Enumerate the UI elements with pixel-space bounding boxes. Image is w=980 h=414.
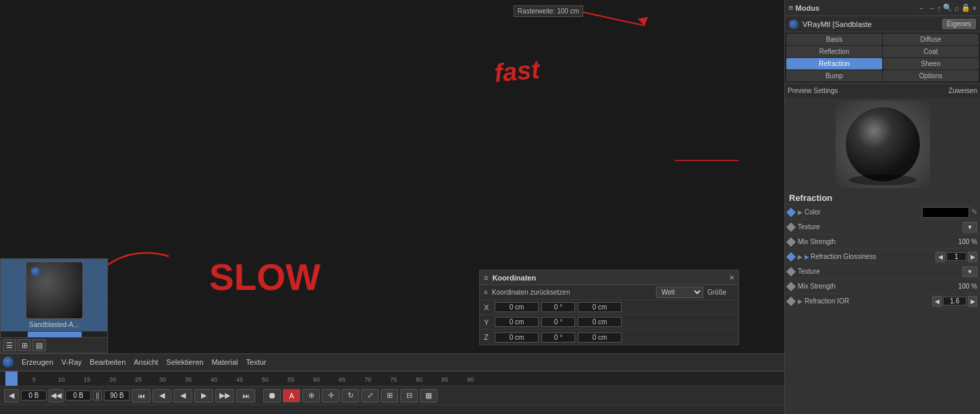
tab-bump[interactable]: Bump [786, 70, 882, 82]
panel-fwd-btn[interactable]: → [927, 4, 935, 12]
scale-btn[interactable]: ⤢ [361, 389, 379, 403]
play-btn[interactable]: ▶ [194, 389, 213, 403]
panel-close-btn[interactable]: × [973, 4, 977, 12]
play-rev-btn[interactable]: ◀◀ [49, 389, 63, 403]
texture-dropdown-2[interactable]: ▼ [962, 266, 977, 277]
play-fwd-btn[interactable]: ▶▶ [215, 389, 234, 403]
x-pos-field[interactable] [495, 302, 539, 312]
mat-list-toolbar: ☰ ⊞ ▤ [1, 337, 107, 353]
eigenes-btn[interactable]: Eigenes [942, 19, 976, 29]
preview-settings-btn[interactable]: Preview Settings [788, 87, 948, 94]
menu-material[interactable]: Material [207, 357, 242, 367]
tab-reflection[interactable]: Reflection [786, 46, 882, 57]
koordinaten-close-btn[interactable]: × [729, 272, 734, 283]
panel-lock-btn[interactable]: 🔒 [961, 3, 971, 12]
tab-options[interactable]: Options [883, 70, 979, 82]
snap-btn[interactable]: ⊞ [381, 389, 398, 403]
panel-home-btn[interactable]: ⌂ [954, 4, 959, 12]
tab-diffuse[interactable]: Diffuse [883, 34, 979, 45]
svg-text:15: 15 [84, 376, 90, 383]
frame-start-field[interactable]: 0 B [21, 390, 47, 401]
menu-selektieren[interactable]: Selektieren [162, 357, 207, 367]
rasterweite-label: Rasterweite: 100 cm [514, 5, 583, 17]
svg-text:80: 80 [416, 376, 423, 383]
transport-controls: ◀ 0 B ◀◀ 0 B || 90 B ⏮ ◀ ◀ ▶ ▶▶ ⏭ ⏺ A ⊕ [0, 386, 784, 405]
grosse-label: Größe [707, 289, 734, 296]
panel-back-btn[interactable]: ← [918, 4, 925, 12]
anim-btn[interactable]: ▦ [420, 389, 437, 403]
a-btn[interactable]: A [283, 389, 300, 403]
small-view-btn[interactable]: ▤ [32, 339, 46, 351]
ior-stepper: ◀ 1.6 ▶ [932, 296, 977, 307]
tab-sheen[interactable]: Sheen [883, 58, 979, 69]
ior-dec-btn[interactable]: ◀ [932, 296, 942, 307]
target-btn[interactable]: ⊕ [302, 389, 320, 403]
svg-point-30 [849, 175, 917, 185]
skip-to-start-btn[interactable]: ⏮ [132, 389, 151, 403]
modus-title: Modus [796, 4, 917, 12]
step-back-btn[interactable]: ◀ [153, 389, 171, 403]
grid-view-btn[interactable]: ⊞ [18, 339, 31, 351]
ior-inc-btn[interactable]: ▶ [968, 296, 977, 307]
y-angle-field[interactable] [541, 317, 575, 327]
reset-koordinaten-btn[interactable]: Koordinaten zurücksetzen [492, 289, 652, 296]
panel-up-btn[interactable]: ↑ [937, 4, 941, 12]
svg-text:5: 5 [32, 376, 36, 383]
gloss-dec-btn[interactable]: ◀ [935, 252, 945, 262]
menu-ansicht[interactable]: Ansicht [130, 357, 162, 367]
material-header: VRayMtl [Sandblaste Eigenes [785, 16, 980, 32]
svg-text:25: 25 [135, 376, 142, 383]
texture-dropdown-1[interactable]: ▼ [962, 222, 977, 233]
skip-to-end-btn[interactable]: ⏭ [236, 389, 255, 403]
mix-diamond-1 [786, 237, 796, 246]
svg-point-29 [846, 107, 920, 181]
timeline-track [0, 405, 784, 414]
gloss-stepper: ◀ 1 ▶ [935, 252, 977, 262]
material-name-label: VRayMtl [Sandblaste [802, 20, 938, 28]
svg-text:45: 45 [236, 376, 243, 383]
zuweisen-btn[interactable]: Zuweisen [948, 87, 977, 94]
tab-basis[interactable]: Basis [786, 34, 882, 45]
color-row: ▶ Color ✎ [785, 205, 980, 220]
hamburger-icon[interactable]: ≡ [788, 3, 794, 13]
panel-search-btn[interactable]: 🔍 [943, 3, 952, 12]
koordinaten-header: ≡ Koordinaten × [480, 270, 738, 285]
list-view-btn[interactable]: ☰ [3, 339, 16, 351]
grid-btn[interactable]: ⊟ [400, 389, 418, 403]
ior-value[interactable]: 1.6 [943, 297, 967, 305]
texture-row-1: Texture ▼ [785, 220, 980, 235]
mix-strength-row-2: Mix Strength 100 % [785, 279, 980, 294]
frame-field-3[interactable]: 90 B [104, 390, 130, 401]
frame-field-2[interactable]: 0 B [65, 390, 91, 401]
material-item[interactable]: Sandblasted-A... [1, 259, 107, 332]
gloss-arrow: ▶ [798, 254, 802, 260]
record-btn[interactable]: ⏺ [263, 389, 281, 403]
welt-select[interactable]: Welt [656, 287, 703, 298]
svg-rect-0 [0, 0, 784, 414]
y-scale-field[interactable] [578, 317, 622, 327]
mat-scrollbar[interactable] [1, 332, 107, 337]
z-scale-field[interactable] [578, 332, 622, 343]
timeline-ruler[interactable]: 0 5 10 15 20 25 30 35 40 45 50 55 [0, 371, 784, 386]
tab-coat[interactable]: Coat [883, 46, 979, 57]
z-pos-field[interactable] [495, 332, 539, 343]
y-pos-field[interactable] [495, 317, 539, 327]
rotate-btn[interactable]: ↻ [342, 389, 359, 403]
x-angle-field[interactable] [541, 302, 575, 312]
x-scale-field[interactable] [578, 302, 622, 312]
svg-text:40: 40 [211, 376, 217, 383]
menu-bearbeiten[interactable]: Bearbeiten [86, 357, 130, 367]
color-swatch[interactable] [922, 207, 969, 218]
move-btn[interactable]: ✛ [322, 389, 339, 403]
menu-textur[interactable]: Textur [242, 357, 271, 367]
menu-erzeugen[interactable]: Erzeugen [18, 357, 57, 367]
gloss-value[interactable]: 1 [946, 252, 967, 261]
step-fwd-btn[interactable]: ◀ [173, 389, 192, 403]
z-angle-field[interactable] [541, 332, 575, 343]
menu-vray[interactable]: V-Ray [57, 357, 86, 367]
gloss-inc-btn[interactable]: ▶ [968, 252, 977, 262]
tab-refraction[interactable]: Refraction [786, 58, 882, 69]
prev-btn[interactable]: ◀ [4, 389, 19, 403]
color-edit-icon[interactable]: ✎ [971, 208, 977, 216]
texture-row-2: Texture ▼ [785, 264, 980, 279]
